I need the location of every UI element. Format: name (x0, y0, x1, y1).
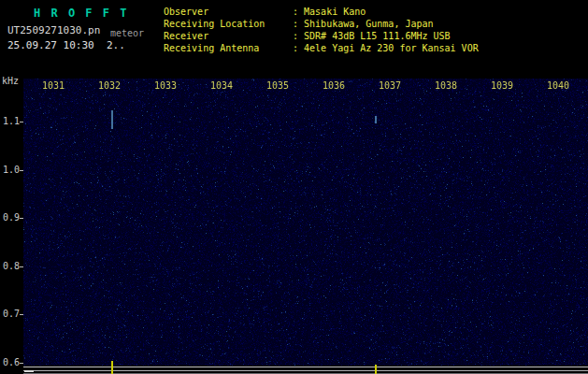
x-tick-label: 1039 (491, 80, 513, 91)
x-tick-label: 1036 (323, 80, 345, 91)
station-name: meteor (110, 28, 144, 38)
output-filename: UT2509271030.pn (7, 24, 100, 36)
y-axis-unit-label: kHz (2, 76, 19, 86)
meteor-event-marker (375, 365, 377, 374)
x-tick-label: 1033 (154, 80, 177, 91)
info-value: Shibukawa, Gunma, Japan (304, 18, 433, 30)
info-row-receiver: Receiver: SDR# 43dB L15 111.6MHz USB (164, 30, 479, 42)
info-label: Observer (164, 6, 293, 18)
info-label: Receiver (164, 30, 293, 42)
y-tick-label: 0.7 (3, 309, 20, 319)
separator: : (293, 6, 304, 18)
x-tick-label: 1032 (98, 80, 121, 91)
spectrogram-canvas (23, 79, 588, 366)
x-tick-label: 1034 (210, 80, 233, 91)
info-value: Masaki Kano (304, 6, 366, 18)
spectrogram-plot: 1031 1032 1033 1034 1035 1036 1037 1038 … (23, 79, 588, 366)
y-tick-label: 0.8 (3, 261, 20, 271)
meteor-event-marker (111, 361, 113, 374)
info-value: SDR# 43dB L15 111.6MHz USB (304, 30, 451, 42)
y-tick-label: 0.9 (3, 212, 20, 223)
x-tick-label: 1035 (266, 80, 289, 91)
app-logo: H R O F F T (34, 7, 128, 20)
x-tick-label: 1031 (42, 80, 65, 91)
observation-datetime: 25.09.27 10:30 2.. (7, 39, 125, 51)
signal-level-start-blip (24, 370, 34, 372)
signal-level-line (23, 367, 588, 367)
y-tick-label: 0.6 (3, 357, 20, 367)
x-tick-label: 1040 (547, 80, 569, 91)
info-row-observer: Observer: Masaki Kano (164, 6, 479, 18)
info-row-location: Receiving Location: Shibukawa, Gunma, Ja… (164, 18, 479, 30)
separator: : (293, 30, 304, 42)
y-tick-label: 1.1 (3, 116, 20, 126)
info-label: Receiving Antenna (164, 42, 293, 54)
signal-level-line (23, 370, 588, 371)
separator: : (293, 42, 304, 54)
x-tick-label: 1038 (435, 80, 457, 91)
y-tick-label: 1.0 (3, 165, 20, 175)
meteor-echo-trace (111, 110, 113, 129)
x-tick-label: 1037 (379, 80, 401, 91)
hrofft-screen: H R O F F T UT2509271030.pn meteor 25.09… (0, 0, 588, 374)
info-label: Receiving Location (164, 18, 293, 30)
meteor-echo-trace (375, 116, 377, 123)
info-row-antenna: Receiving Antenna: 4ele Yagi Az 230 for … (164, 42, 479, 54)
separator: : (293, 18, 304, 30)
observation-info: Observer: Masaki Kano Receiving Location… (164, 6, 479, 54)
info-value: 4ele Yagi Az 230 for Kansai VOR (304, 42, 479, 54)
